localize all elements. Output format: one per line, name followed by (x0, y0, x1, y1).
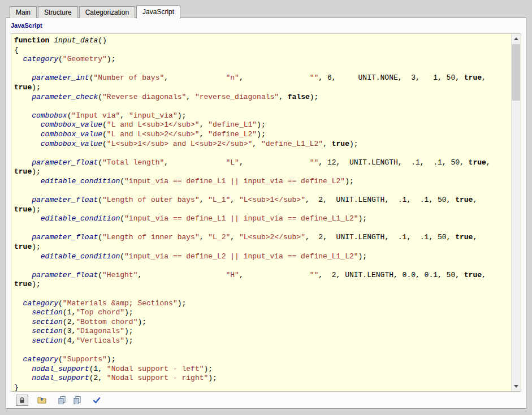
code-line: true); (14, 83, 511, 93)
scroll-down-button[interactable] (512, 382, 521, 391)
code-line: section(2,"Bottom chord"); (14, 318, 511, 327)
validate-button[interactable] (90, 395, 103, 406)
code-line (14, 149, 511, 158)
arrow-down-icon (514, 385, 518, 388)
code-line: parameter_float("Height", "H", "", 2, UN… (14, 271, 511, 280)
tab-javascript[interactable]: JavaScript (136, 5, 180, 19)
code-line: editable_condition("input_via == define_… (14, 252, 511, 262)
code-line: section(4,"Verticals"); (14, 336, 511, 346)
code-line: { (14, 46, 511, 55)
scroll-up-button[interactable] (512, 34, 521, 44)
code-line: combobox_value("L<sub>1</sub> and L<sub>… (14, 140, 511, 149)
vertical-scrollbar[interactable] (511, 34, 521, 391)
code-line: category("Materials &amp; Sections"); (14, 299, 511, 309)
import-file-icon (37, 396, 46, 404)
code-line (14, 289, 511, 299)
code-line: combobox("Input via", "input_via"); (14, 111, 511, 121)
code-line (14, 64, 511, 74)
lock-icon (18, 396, 26, 404)
code-line: parameter_float("Length of inner bays", … (14, 233, 511, 243)
copy-button[interactable] (55, 395, 68, 406)
code-line: combobox_value("L and L<sub>1</sub>", "d… (14, 120, 511, 130)
editor-toolbar (7, 392, 525, 408)
code-line: true); (14, 243, 511, 252)
code-line: parameter_int("Number of bays", "n", "",… (14, 74, 511, 83)
arrow-up-icon (514, 37, 518, 40)
code-line: true); (14, 280, 511, 289)
code-line: } (14, 383, 511, 391)
paste-button[interactable] (71, 395, 83, 406)
tab-categorization[interactable]: Categorization (79, 6, 135, 18)
code-line: parameter_float("Length of outer bays", … (14, 196, 511, 205)
code-line: combobox_value("L and L<sub>2</sub>", "d… (14, 130, 511, 140)
code-line: editable_condition("input_via == define_… (14, 214, 511, 224)
paste-icon (73, 396, 81, 405)
code-lines[interactable]: function input_data(){ category("Geometr… (11, 34, 511, 391)
tab-bar: Main Structure Categorization JavaScript (10, 5, 181, 18)
code-line: nodal_support(1, "Nodal support - left")… (14, 365, 511, 374)
code-line: parameter_float("Total length", "L", "",… (14, 158, 511, 168)
lock-button[interactable] (16, 395, 28, 406)
code-line (14, 224, 511, 234)
code-line (14, 187, 511, 196)
check-icon (92, 396, 101, 404)
tab-main[interactable]: Main (10, 6, 37, 18)
scrollbar-thumb[interactable] (512, 44, 520, 101)
code-line: true); (14, 205, 511, 215)
code-line: parameter_check("Reverse diagonals", "re… (14, 93, 511, 102)
code-line (14, 346, 511, 356)
code-editor[interactable]: function input_data(){ category("Geometr… (11, 33, 521, 392)
code-line: nodal_support(2, "Nodal support - right"… (14, 374, 511, 383)
javascript-panel: JavaScript function input_data(){ catego… (6, 18, 526, 409)
tab-structure[interactable]: Structure (38, 6, 78, 18)
code-line: function input_data() (14, 36, 511, 46)
code-line: true); (14, 167, 511, 177)
code-line: section(3,"Diagonals"); (14, 327, 511, 336)
copy-icon (58, 396, 66, 405)
code-line: category("Supports"); (14, 355, 511, 365)
panel-header: JavaScript (6, 18, 526, 33)
code-line (14, 102, 511, 111)
code-line: editable_condition("input_via == define_… (14, 177, 511, 187)
code-line: section(1,"Top chord"); (14, 308, 511, 318)
import-file-button[interactable] (36, 395, 48, 406)
code-line: category("Geometry"); (14, 55, 511, 64)
panel-title: JavaScript (11, 22, 42, 29)
code-line (14, 261, 511, 271)
